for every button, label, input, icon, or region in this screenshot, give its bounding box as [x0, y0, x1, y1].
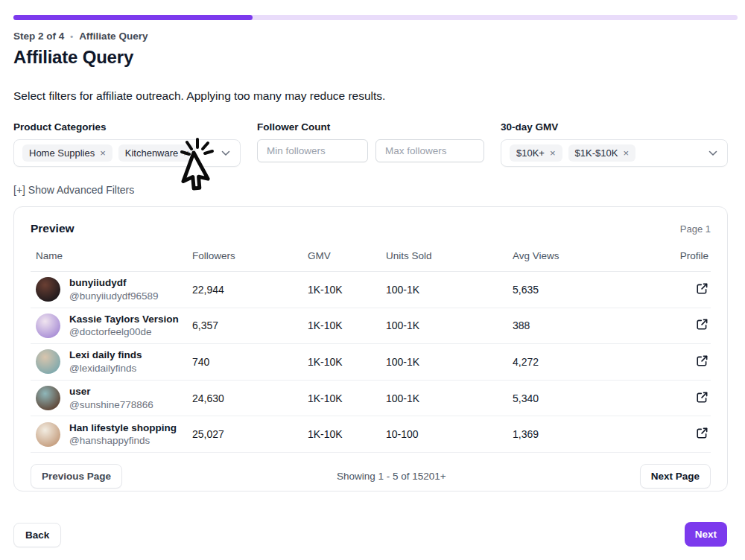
max-followers-input[interactable]	[375, 139, 484, 162]
page-title: Affiliate Query	[13, 47, 133, 68]
column-header-units-sold: Units Sold	[386, 250, 513, 261]
gmv-cell: 1K-10K	[308, 319, 386, 331]
profile-link[interactable]	[696, 282, 708, 297]
show-advanced-filters-link[interactable]: [+] Show Advanced Filters	[13, 184, 134, 196]
avg-views-cell: 5,635	[513, 284, 641, 296]
creator-name: user	[69, 385, 153, 398]
avatar	[36, 314, 60, 338]
followers-cell: 22,944	[192, 284, 308, 296]
creator-handle: @lexidailyfinds	[69, 362, 142, 375]
followers-cell: 6,357	[192, 319, 308, 331]
preview-title: Preview	[31, 222, 74, 235]
avg-views-cell: 388	[513, 319, 641, 331]
units-sold-cell: 10-100	[386, 428, 513, 440]
step-separator-dot: •	[70, 32, 73, 41]
gmv-cell: 1K-10K	[308, 356, 386, 368]
page-indicator: Page 1	[680, 223, 711, 235]
external-link-icon	[696, 282, 708, 297]
table-row: user @sunshine778866 24,630 1K-10K 100-1…	[31, 381, 711, 417]
creator-handle: @doctorfeelg00de	[69, 325, 179, 339]
product-categories-select[interactable]: Home Supplies × Kitchenware ×	[13, 139, 241, 167]
column-header-profile: Profile	[680, 250, 708, 261]
units-sold-cell: 100-1K	[386, 284, 513, 296]
profile-link[interactable]	[696, 427, 708, 442]
next-page-button[interactable]: Next Page	[640, 464, 711, 489]
chevron-down-icon	[708, 150, 717, 156]
follower-count-label: Follower Count	[257, 121, 330, 133]
avatar	[36, 277, 60, 302]
avg-views-cell: 4,272	[513, 356, 641, 368]
column-header-avg-views: Avg Views	[513, 250, 641, 261]
external-link-icon	[696, 391, 708, 406]
column-header-gmv: GMV	[308, 250, 386, 261]
filter-tag-1k-10k: $1K-$10K ×	[568, 144, 635, 162]
tag-remove-icon[interactable]: ×	[183, 148, 189, 158]
gmv-select[interactable]: $10K+ × $1K-$10K ×	[501, 139, 728, 167]
avg-views-cell: 5,340	[513, 392, 641, 404]
tag-remove-icon[interactable]: ×	[100, 148, 106, 158]
preview-panel: Preview Page 1 Name Followers GMV Units …	[13, 206, 728, 491]
column-header-followers: Followers	[192, 250, 308, 261]
filter-tag-kitchenware: Kitchenware ×	[118, 144, 196, 162]
avatar	[36, 422, 60, 447]
next-button[interactable]: Next	[685, 522, 727, 547]
followers-cell: 25,027	[192, 428, 308, 440]
followers-cell: 740	[192, 356, 308, 368]
creator-name: bunyiiudydf	[69, 276, 159, 290]
back-button[interactable]: Back	[13, 523, 61, 547]
external-link-icon	[696, 427, 708, 442]
units-sold-cell: 100-1K	[386, 319, 513, 331]
wizard-page: Step 2 of 4 • Affiliate Query Affiliate …	[0, 0, 745, 560]
creator-handle: @sunshine778866	[69, 398, 153, 412]
step-section-label: Affiliate Query	[79, 31, 148, 42]
profile-link[interactable]	[696, 318, 708, 333]
gmv-label: 30-day GMV	[501, 121, 558, 133]
creator-name: Han lifestyle shopping	[69, 421, 177, 435]
units-sold-cell: 100-1K	[386, 392, 513, 404]
progress-bar	[13, 15, 738, 20]
external-link-icon	[696, 318, 708, 333]
step-label: Step 2 of 4	[13, 31, 64, 42]
avatar	[36, 386, 60, 410]
avatar	[36, 349, 60, 374]
profile-link[interactable]	[696, 391, 708, 406]
step-indicator: Step 2 of 4 • Affiliate Query	[13, 31, 148, 42]
tag-remove-icon[interactable]: ×	[623, 148, 629, 158]
table-row: Kassie Taylors Version @doctorfeelg00de …	[31, 308, 711, 345]
tag-label: Kitchenware	[125, 147, 179, 159]
page-summary: Showing 1 - 5 of 15201+	[337, 471, 446, 482]
table-row: Han lifestyle shopping @hanshappyfinds 2…	[31, 416, 711, 453]
tag-label: $10K+	[516, 147, 545, 159]
page-subtitle: Select filters for affiliate outreach. A…	[13, 89, 385, 103]
progress-bar-fill	[13, 15, 253, 20]
product-categories-label: Product Categories	[13, 121, 107, 133]
min-followers-input[interactable]	[257, 139, 368, 162]
filter-tag-10k-plus: $10K+ ×	[510, 144, 562, 162]
filter-tag-home-supplies: Home Supplies ×	[22, 144, 112, 162]
tag-remove-icon[interactable]: ×	[550, 148, 556, 158]
tag-label: Home Supplies	[29, 147, 95, 159]
column-header-name: Name	[36, 250, 192, 261]
creator-handle: @hanshappyfinds	[69, 434, 177, 448]
followers-cell: 24,630	[192, 392, 308, 404]
previous-page-button[interactable]: Previous Page	[31, 464, 122, 489]
profile-link[interactable]	[696, 354, 708, 369]
avg-views-cell: 1,369	[513, 428, 641, 440]
table-row: bunyiiudydf @bunyiiudydf96589 22,944 1K-…	[31, 272, 711, 308]
gmv-cell: 1K-10K	[308, 392, 386, 404]
gmv-cell: 1K-10K	[308, 284, 386, 296]
units-sold-cell: 100-1K	[386, 356, 513, 368]
table-header-row: Name Followers GMV Units Sold Avg Views …	[31, 250, 711, 272]
tag-label: $1K-$10K	[575, 147, 618, 159]
table-row: Lexi daily finds @lexidailyfinds 740 1K-…	[31, 344, 711, 381]
gmv-cell: 1K-10K	[308, 428, 386, 440]
external-link-icon	[696, 354, 708, 369]
creator-name: Kassie Taylors Version	[69, 313, 179, 326]
creator-name: Lexi daily finds	[69, 349, 142, 362]
creator-handle: @bunyiiudydf96589	[69, 290, 159, 303]
chevron-down-icon	[221, 150, 230, 156]
